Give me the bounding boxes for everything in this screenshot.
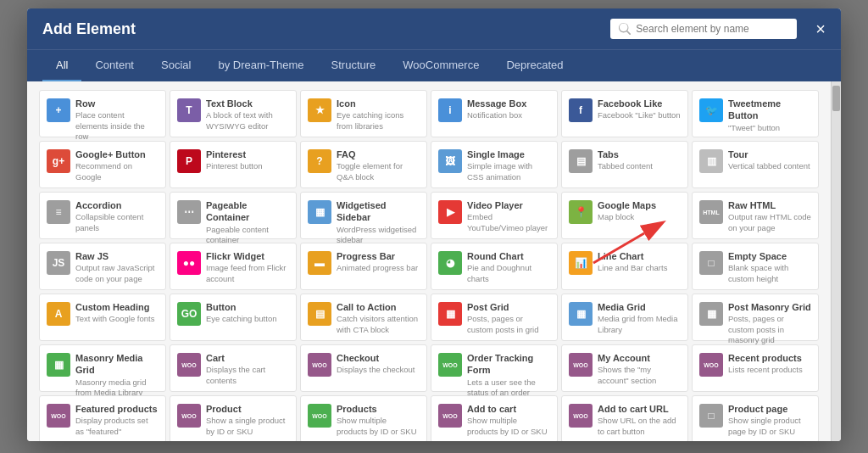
element-name: Tour <box>728 148 811 160</box>
element-icon: ▤ <box>569 149 593 173</box>
list-item[interactable]: WOORecent productsLists recent products <box>692 344 819 392</box>
tab-dream-theme[interactable]: by Dream-Theme <box>204 50 317 81</box>
list-item[interactable]: 📊Line ChartLine and Bar charts <box>561 243 688 290</box>
element-icon: 📊 <box>569 251 593 275</box>
tab-structure[interactable]: Structure <box>318 50 390 81</box>
list-item[interactable]: WOOProductShow a single product by ID or… <box>170 395 297 441</box>
close-button[interactable]: × <box>815 20 826 37</box>
list-item[interactable]: □Empty SpaceBlank space with custom heig… <box>692 243 819 290</box>
list-item[interactable]: JSRaw JSOutput raw JavaScript code on yo… <box>39 243 166 290</box>
modal-overlay: Add Element × All Content Social by Drea… <box>0 0 868 453</box>
element-name: Single Image <box>467 148 550 160</box>
list-item[interactable]: WOOMy AccountShows the "my account" sect… <box>561 344 688 392</box>
element-icon: ▦ <box>569 302 593 326</box>
element-icon: GO <box>177 302 201 326</box>
elements-grid: +RowPlace content elements inside the ro… <box>27 81 831 441</box>
tab-content[interactable]: Content <box>81 50 147 81</box>
element-desc: Animated progress bar <box>337 263 420 273</box>
element-desc: Eye catching icons from libraries <box>337 110 420 131</box>
list-item[interactable]: WOOCartDisplays the cart contents <box>170 344 297 392</box>
element-icon: WOO <box>308 404 331 428</box>
list-item[interactable]: fFacebook LikeFacebook "Like" button <box>561 90 688 137</box>
element-desc: Shows the "my account" section <box>598 365 681 386</box>
list-item[interactable]: HTMLRaw HTMLOutput raw HTML code on your… <box>692 192 819 239</box>
list-item[interactable]: ?FAQToggle element for Q&A block <box>300 141 427 188</box>
list-item[interactable]: ▦Post GridPosts, pages or custom posts i… <box>431 294 558 341</box>
tab-woocommerce[interactable]: WooCommerce <box>389 50 492 81</box>
element-name: Post Masonry Grid <box>728 301 811 313</box>
list-item[interactable]: WOOCheckoutDisplays the checkout <box>300 344 427 392</box>
list-item[interactable]: ▦Widgetised SidebarWordPress widgetised … <box>300 192 427 239</box>
element-text: Raw JSOutput raw JavaScript code on your… <box>75 250 159 284</box>
element-text: Post Masonry GridPosts, pages or custom … <box>728 301 811 345</box>
tabs-bar: All Content Social by Dream-Theme Struct… <box>27 49 841 81</box>
element-desc: Pie and Doughnut charts <box>467 263 550 284</box>
list-item[interactable]: TText BlockA block of text with WYSIWYG … <box>170 90 297 137</box>
element-text: Featured productsDisplay products set as… <box>75 403 159 437</box>
list-item[interactable]: 🐦Tweetmeme Button"Tweet" button <box>692 90 819 137</box>
list-item[interactable]: +RowPlace content elements inside the ro… <box>39 90 166 137</box>
list-item[interactable]: ▤TabsTabbed content <box>561 141 688 188</box>
element-desc: Output raw JavaScript code on your page <box>75 263 159 284</box>
scrollbar[interactable] <box>831 81 841 441</box>
element-name: Add to cart URL <box>598 403 681 415</box>
search-box[interactable] <box>610 19 797 39</box>
list-item[interactable]: iMessage BoxNotification box <box>431 90 558 137</box>
element-name: My Account <box>598 352 681 364</box>
element-desc: Eye catching button <box>206 314 289 324</box>
element-name: Checkout <box>337 352 420 364</box>
element-text: Masonry Media GridMasonry media grid fro… <box>75 352 159 398</box>
list-item[interactable]: ▦Masonry Media GridMasonry media grid fr… <box>39 344 166 392</box>
list-item[interactable]: GOButtonEye catching button <box>170 294 297 341</box>
element-icon: i <box>438 98 462 122</box>
list-item[interactable]: ●●Flickr WidgetImage feed from Flickr ac… <box>170 243 297 290</box>
list-item[interactable]: ◕Round ChartPie and Doughnut charts <box>431 243 558 290</box>
element-text: Facebook LikeFacebook "Like" button <box>598 98 681 121</box>
list-item[interactable]: ⋯Pageable ContainerPageable content cont… <box>170 192 297 239</box>
list-item[interactable]: WOOFeatured productsDisplay products set… <box>39 395 166 441</box>
list-item[interactable]: 🖼Single ImageSimple image with CSS anima… <box>431 141 558 188</box>
element-icon: ▤ <box>308 302 331 326</box>
list-item[interactable]: WOOOrder Tracking FormLets a user see th… <box>431 344 558 392</box>
list-item[interactable]: WOOProductsShow multiple products by ID … <box>300 395 427 441</box>
element-icon: WOO <box>47 404 70 428</box>
tab-deprecated[interactable]: Deprecated <box>492 50 576 81</box>
search-input[interactable] <box>636 23 788 35</box>
element-icon: + <box>47 98 70 122</box>
element-text: FAQToggle element for Q&A block <box>337 148 420 182</box>
list-item[interactable]: WOOAdd to cartShow multiple products by … <box>431 395 558 441</box>
element-desc: Recommend on Google <box>75 161 159 182</box>
element-text: Widgetised SidebarWordPress widgetised s… <box>337 199 420 245</box>
element-desc: Image feed from Flickr account <box>206 263 289 284</box>
element-icon: f <box>569 98 593 122</box>
element-name: Pinterest <box>206 148 289 160</box>
list-item[interactable]: ▦Post Masonry GridPosts, pages or custom… <box>692 294 819 341</box>
element-text: Recent productsLists recent products <box>728 352 811 376</box>
list-item[interactable]: ACustom HeadingText with Google fonts <box>39 294 166 341</box>
tab-social[interactable]: Social <box>147 50 204 81</box>
element-icon: ▦ <box>47 353 70 377</box>
list-item[interactable]: ▥TourVertical tabbed content <box>692 141 819 188</box>
element-name: Widgetised Sidebar <box>337 199 420 224</box>
list-item[interactable]: ▦Media GridMedia grid from Media Library <box>561 294 688 341</box>
element-text: Text BlockA block of text with WYSIWYG e… <box>206 98 289 131</box>
element-icon: WOO <box>569 404 593 428</box>
list-item[interactable]: ▬Progress BarAnimated progress bar <box>300 243 427 290</box>
element-name: Tweetmeme Button <box>728 98 811 122</box>
element-desc: Display products set as "featured" <box>75 416 159 437</box>
list-item[interactable]: □Product pageShow single product page by… <box>692 395 819 441</box>
list-item[interactable]: 📍Google MapsMap block <box>561 192 688 239</box>
element-name: Round Chart <box>467 250 550 262</box>
element-name: Raw JS <box>75 250 159 262</box>
list-item[interactable]: ▤Call to ActionCatch visitors attention … <box>300 294 427 341</box>
element-icon: WOO <box>699 353 723 377</box>
tab-all[interactable]: All <box>42 50 81 81</box>
list-item[interactable]: ▶Video PlayerEmbed YouTube/Vimeo player <box>431 192 558 239</box>
element-icon: □ <box>699 251 723 275</box>
list-item[interactable]: ≡AccordionCollapsible content panels <box>39 192 166 239</box>
list-item[interactable]: ★IconEye catching icons from libraries <box>300 90 427 137</box>
list-item[interactable]: g+Google+ ButtonRecommend on Google <box>39 141 166 188</box>
element-name: Line Chart <box>598 250 681 262</box>
list-item[interactable]: WOOAdd to cart URLShow URL on the add to… <box>561 395 688 441</box>
list-item[interactable]: PPinterestPinterest button <box>170 141 297 188</box>
